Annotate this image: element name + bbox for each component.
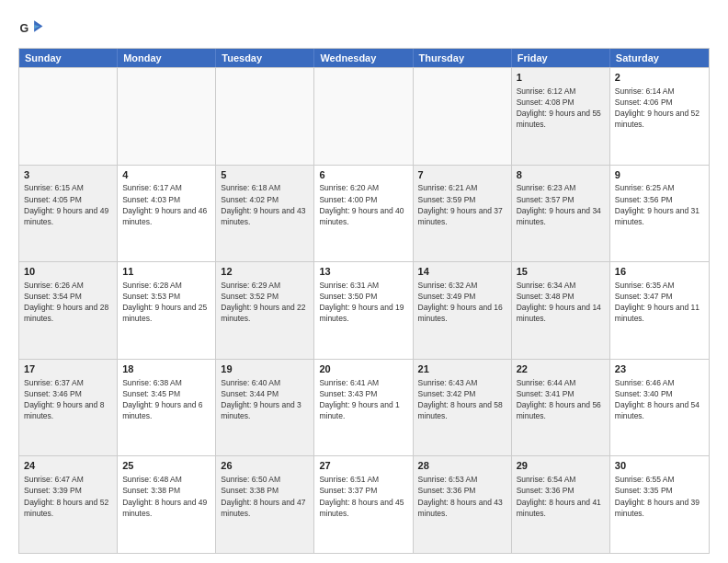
header-day-monday: Monday bbox=[118, 49, 216, 67]
calendar-cell-18: 18Sunrise: 6:38 AM Sunset: 3:45 PM Dayli… bbox=[118, 360, 216, 456]
calendar-cell-21: 21Sunrise: 6:43 AM Sunset: 3:42 PM Dayli… bbox=[414, 360, 512, 456]
header-day-friday: Friday bbox=[512, 49, 610, 67]
cell-info: Sunrise: 6:15 AM Sunset: 4:05 PM Dayligh… bbox=[24, 183, 111, 225]
day-number: 3 bbox=[24, 168, 112, 182]
cell-info: Sunrise: 6:32 AM Sunset: 3:49 PM Dayligh… bbox=[418, 281, 506, 323]
calendar-cell-15: 15Sunrise: 6:34 AM Sunset: 3:48 PM Dayli… bbox=[512, 262, 610, 359]
calendar-cell-empty-0-1 bbox=[118, 68, 216, 165]
calendar-cell-empty-0-3 bbox=[314, 68, 413, 165]
day-number: 24 bbox=[24, 459, 112, 473]
header-day-saturday: Saturday bbox=[610, 49, 709, 67]
calendar-cell-25: 25Sunrise: 6:48 AM Sunset: 3:38 PM Dayli… bbox=[118, 456, 216, 553]
cell-info: Sunrise: 6:35 AM Sunset: 3:47 PM Dayligh… bbox=[615, 281, 702, 323]
day-number: 26 bbox=[221, 459, 309, 473]
header-day-wednesday: Wednesday bbox=[314, 49, 413, 67]
calendar-cell-27: 27Sunrise: 6:51 AM Sunset: 3:37 PM Dayli… bbox=[314, 456, 413, 553]
calendar-cell-empty-0-2 bbox=[216, 68, 314, 165]
day-number: 14 bbox=[418, 265, 506, 279]
cell-info: Sunrise: 6:28 AM Sunset: 3:53 PM Dayligh… bbox=[122, 281, 210, 323]
calendar-cell-28: 28Sunrise: 6:53 AM Sunset: 3:36 PM Dayli… bbox=[414, 456, 512, 553]
calendar-cell-13: 13Sunrise: 6:31 AM Sunset: 3:50 PM Dayli… bbox=[314, 262, 413, 359]
svg-text:G: G bbox=[20, 22, 29, 35]
calendar-cell-8: 8Sunrise: 6:23 AM Sunset: 3:57 PM Daylig… bbox=[512, 166, 610, 262]
page: G SundayMondayTuesdayWednesdayThursdayFr… bbox=[0, 0, 728, 563]
day-number: 27 bbox=[319, 459, 407, 473]
cell-info: Sunrise: 6:48 AM Sunset: 3:38 PM Dayligh… bbox=[122, 475, 210, 517]
calendar-cell-6: 6Sunrise: 6:20 AM Sunset: 4:00 PM Daylig… bbox=[314, 166, 413, 262]
cell-info: Sunrise: 6:29 AM Sunset: 3:52 PM Dayligh… bbox=[221, 281, 308, 323]
header-day-thursday: Thursday bbox=[414, 49, 512, 67]
cell-info: Sunrise: 6:53 AM Sunset: 3:36 PM Dayligh… bbox=[418, 475, 506, 517]
calendar-row-3: 17Sunrise: 6:37 AM Sunset: 3:46 PM Dayli… bbox=[19, 359, 709, 456]
calendar-header: SundayMondayTuesdayWednesdayThursdayFrid… bbox=[19, 49, 709, 67]
calendar-row-2: 10Sunrise: 6:26 AM Sunset: 3:54 PM Dayli… bbox=[19, 261, 709, 359]
cell-info: Sunrise: 6:44 AM Sunset: 3:41 PM Dayligh… bbox=[517, 378, 604, 420]
day-number: 25 bbox=[122, 459, 210, 473]
calendar-cell-1: 1Sunrise: 6:12 AM Sunset: 4:08 PM Daylig… bbox=[512, 68, 610, 165]
logo: G bbox=[18, 15, 48, 40]
calendar-cell-16: 16Sunrise: 6:35 AM Sunset: 3:47 PM Dayli… bbox=[610, 262, 709, 359]
calendar-row-4: 24Sunrise: 6:47 AM Sunset: 3:39 PM Dayli… bbox=[19, 455, 709, 553]
cell-info: Sunrise: 6:34 AM Sunset: 3:48 PM Dayligh… bbox=[517, 281, 604, 323]
day-number: 28 bbox=[418, 459, 506, 473]
cell-info: Sunrise: 6:50 AM Sunset: 3:38 PM Dayligh… bbox=[221, 475, 308, 517]
day-number: 9 bbox=[615, 168, 704, 182]
day-number: 12 bbox=[221, 265, 309, 279]
day-number: 4 bbox=[122, 168, 210, 182]
cell-info: Sunrise: 6:20 AM Sunset: 4:00 PM Dayligh… bbox=[319, 183, 406, 225]
day-number: 2 bbox=[615, 71, 704, 85]
calendar-cell-24: 24Sunrise: 6:47 AM Sunset: 3:39 PM Dayli… bbox=[19, 456, 118, 553]
cell-info: Sunrise: 6:23 AM Sunset: 3:57 PM Dayligh… bbox=[517, 183, 604, 225]
cell-info: Sunrise: 6:18 AM Sunset: 4:02 PM Dayligh… bbox=[221, 183, 308, 225]
cell-info: Sunrise: 6:31 AM Sunset: 3:50 PM Dayligh… bbox=[319, 281, 406, 323]
day-number: 20 bbox=[319, 362, 407, 376]
calendar-cell-7: 7Sunrise: 6:21 AM Sunset: 3:59 PM Daylig… bbox=[414, 166, 512, 262]
calendar-row-0: 1Sunrise: 6:12 AM Sunset: 4:08 PM Daylig… bbox=[19, 67, 709, 165]
calendar-cell-20: 20Sunrise: 6:41 AM Sunset: 3:43 PM Dayli… bbox=[314, 360, 413, 456]
logo-icon: G bbox=[18, 15, 44, 40]
cell-info: Sunrise: 6:54 AM Sunset: 3:36 PM Dayligh… bbox=[517, 475, 604, 517]
calendar-cell-14: 14Sunrise: 6:32 AM Sunset: 3:49 PM Dayli… bbox=[414, 262, 512, 359]
calendar-cell-30: 30Sunrise: 6:55 AM Sunset: 3:35 PM Dayli… bbox=[610, 456, 709, 553]
day-number: 29 bbox=[517, 459, 605, 473]
cell-info: Sunrise: 6:40 AM Sunset: 3:44 PM Dayligh… bbox=[221, 378, 303, 420]
day-number: 7 bbox=[418, 168, 506, 182]
calendar-cell-26: 26Sunrise: 6:50 AM Sunset: 3:38 PM Dayli… bbox=[216, 456, 314, 553]
cell-info: Sunrise: 6:43 AM Sunset: 3:42 PM Dayligh… bbox=[418, 378, 506, 420]
cell-info: Sunrise: 6:37 AM Sunset: 3:46 PM Dayligh… bbox=[24, 378, 107, 420]
header: G bbox=[18, 15, 710, 40]
header-day-sunday: Sunday bbox=[19, 49, 118, 67]
calendar-cell-10: 10Sunrise: 6:26 AM Sunset: 3:54 PM Dayli… bbox=[19, 262, 118, 359]
day-number: 1 bbox=[517, 71, 605, 85]
day-number: 5 bbox=[221, 168, 309, 182]
cell-info: Sunrise: 6:17 AM Sunset: 4:03 PM Dayligh… bbox=[122, 183, 210, 225]
cell-info: Sunrise: 6:14 AM Sunset: 4:06 PM Dayligh… bbox=[615, 86, 702, 129]
day-number: 30 bbox=[615, 459, 704, 473]
cell-info: Sunrise: 6:55 AM Sunset: 3:35 PM Dayligh… bbox=[615, 475, 702, 517]
day-number: 22 bbox=[517, 362, 605, 376]
cell-info: Sunrise: 6:25 AM Sunset: 3:56 PM Dayligh… bbox=[615, 183, 702, 225]
calendar-cell-5: 5Sunrise: 6:18 AM Sunset: 4:02 PM Daylig… bbox=[216, 166, 314, 262]
day-number: 10 bbox=[24, 265, 112, 279]
calendar-cell-12: 12Sunrise: 6:29 AM Sunset: 3:52 PM Dayli… bbox=[216, 262, 314, 359]
day-number: 11 bbox=[122, 265, 210, 279]
calendar-cell-29: 29Sunrise: 6:54 AM Sunset: 3:36 PM Dayli… bbox=[512, 456, 610, 553]
calendar-row-1: 3Sunrise: 6:15 AM Sunset: 4:05 PM Daylig… bbox=[19, 165, 709, 262]
cell-info: Sunrise: 6:21 AM Sunset: 3:59 PM Dayligh… bbox=[418, 183, 506, 225]
calendar-body: 1Sunrise: 6:12 AM Sunset: 4:08 PM Daylig… bbox=[19, 67, 709, 553]
day-number: 6 bbox=[319, 168, 407, 182]
calendar-cell-9: 9Sunrise: 6:25 AM Sunset: 3:56 PM Daylig… bbox=[610, 166, 709, 262]
day-number: 17 bbox=[24, 362, 112, 376]
calendar-cell-22: 22Sunrise: 6:44 AM Sunset: 3:41 PM Dayli… bbox=[512, 360, 610, 456]
cell-info: Sunrise: 6:41 AM Sunset: 3:43 PM Dayligh… bbox=[319, 378, 402, 420]
calendar: SundayMondayTuesdayWednesdayThursdayFrid… bbox=[18, 48, 710, 554]
calendar-cell-empty-0-0 bbox=[19, 68, 118, 165]
day-number: 15 bbox=[517, 265, 605, 279]
day-number: 19 bbox=[221, 362, 309, 376]
calendar-cell-4: 4Sunrise: 6:17 AM Sunset: 4:03 PM Daylig… bbox=[118, 166, 216, 262]
cell-info: Sunrise: 6:51 AM Sunset: 3:37 PM Dayligh… bbox=[319, 475, 406, 517]
calendar-cell-23: 23Sunrise: 6:46 AM Sunset: 3:40 PM Dayli… bbox=[610, 360, 709, 456]
header-day-tuesday: Tuesday bbox=[216, 49, 314, 67]
day-number: 8 bbox=[517, 168, 605, 182]
calendar-cell-11: 11Sunrise: 6:28 AM Sunset: 3:53 PM Dayli… bbox=[118, 262, 216, 359]
